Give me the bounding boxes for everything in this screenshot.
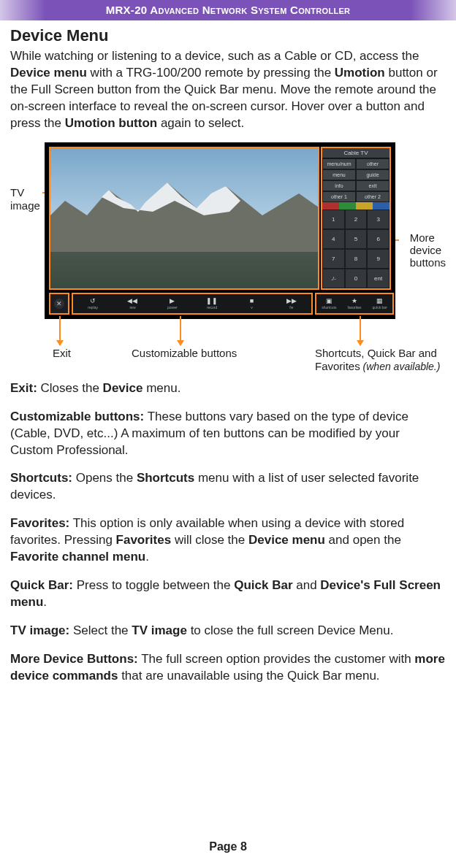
tv-image-area[interactable]: [49, 147, 319, 290]
device-menu-figure: TVimage Moredevicebuttons Cable TV menu/…: [10, 142, 446, 376]
page-footer: Page 8: [0, 840, 456, 853]
panel-tab[interactable]: menu/num: [322, 158, 356, 169]
favorites-icon: ★: [352, 298, 357, 304]
panel-button-exit[interactable]: exit: [356, 180, 390, 191]
numpad-key[interactable]: 4: [322, 229, 345, 249]
callout-custom: Customizable buttons: [132, 347, 237, 359]
panel-button-other1[interactable]: other 1: [322, 191, 356, 202]
panel-button-menu[interactable]: menu: [322, 169, 356, 180]
callout-tv-image: TVimage: [10, 186, 44, 212]
transport-button-rew[interactable]: ◀◀rew: [113, 294, 152, 313]
mountain-illustration: [49, 172, 319, 252]
record-icon: ❚❚: [206, 298, 218, 304]
replay-icon: ↺: [90, 298, 96, 304]
power-icon: ▶: [170, 298, 175, 304]
panel-button-info[interactable]: info: [322, 180, 356, 191]
numpad-key[interactable]: 1: [322, 210, 345, 229]
definition-item: Quick Bar: Press to toggle between the Q…: [10, 577, 446, 611]
definition-item: Shortcuts: Opens the Shortcuts menu with…: [10, 470, 446, 504]
device-screen: Cable TV menu/num other menu guide info …: [45, 142, 395, 319]
shortcuts-favorites-quickbar: ▣shortcuts★favorites▦quick bar: [315, 293, 394, 315]
transport-button-record[interactable]: ❚❚record: [192, 294, 232, 313]
transport-button-replay[interactable]: ↺replay: [73, 294, 113, 313]
callout-more-device: Moredevicebuttons: [410, 231, 446, 269]
definition-item: More Device Buttons: The full screen opt…: [10, 651, 446, 685]
exit-button[interactable]: ✕: [49, 293, 69, 315]
panel-color-buttons[interactable]: [322, 202, 390, 210]
arrow-icon: [360, 316, 361, 345]
svg-marker-0: [49, 183, 319, 252]
quick bar-icon: ▦: [376, 298, 383, 304]
nav-button-quick bar[interactable]: ▦quick bar: [367, 294, 392, 313]
panel-button-guide[interactable]: guide: [356, 169, 390, 180]
intro-paragraph: While watching or listening to a device,…: [10, 48, 446, 132]
definitions-list: Exit: Closes the Device menu.Customizabl…: [0, 380, 456, 685]
numpad-key[interactable]: ./-: [322, 269, 345, 288]
numpad-key[interactable]: 3: [367, 210, 390, 229]
nav-button-favorites[interactable]: ★favorites: [342, 294, 368, 313]
v-icon: ■: [250, 298, 254, 304]
definition-item: Customizable buttons: These buttons vary…: [10, 409, 446, 459]
nav-button-shortcuts[interactable]: ▣shortcuts: [316, 294, 342, 313]
numpad-key[interactable]: ent: [367, 269, 390, 288]
arrow-icon: [59, 316, 61, 345]
numpad-key[interactable]: 9: [367, 249, 390, 269]
callout-exit: Exit: [53, 347, 71, 359]
transport-button-fw[interactable]: ▶▶fw: [272, 294, 311, 313]
transport-button-power[interactable]: ▶power: [153, 294, 192, 313]
definition-item: Exit: Closes the Device menu.: [10, 380, 446, 397]
panel-numpad: 123456789./-0ent: [322, 210, 390, 288]
panel-title: Cable TV: [322, 148, 390, 158]
numpad-key[interactable]: 8: [345, 249, 368, 269]
panel-button-other2[interactable]: other 2: [356, 191, 390, 202]
numpad-key[interactable]: 7: [322, 249, 345, 269]
device-button-panel: Cable TV menu/num other menu guide info …: [321, 147, 391, 290]
close-icon: ✕: [54, 299, 64, 309]
fw-icon: ▶▶: [286, 298, 297, 304]
rew-icon: ◀◀: [127, 298, 137, 304]
numpad-key[interactable]: 0: [345, 269, 368, 288]
definition-item: TV image: Select the TV image to close t…: [10, 623, 446, 640]
arrow-icon: [180, 316, 181, 345]
bottom-bar: ✕ ↺replay◀◀rew▶power❚❚record■v▶▶fw ▣shor…: [49, 293, 394, 315]
transport-button-v[interactable]: ■v: [232, 294, 271, 313]
numpad-key[interactable]: 2: [345, 210, 368, 229]
definition-item: Favorites: This option is only available…: [10, 515, 446, 566]
numpad-key[interactable]: 5: [345, 229, 368, 249]
panel-tab[interactable]: other: [356, 158, 390, 169]
page-header: MRX-20 Advanced Network System Controlle…: [0, 0, 456, 20]
section-title: Device Menu: [10, 26, 446, 45]
callout-shortcuts: Shortcuts, Quick Bar andFavorites (when …: [315, 347, 440, 373]
customizable-buttons: ↺replay◀◀rew▶power❚❚record■v▶▶fw: [72, 293, 313, 315]
shortcuts-icon: ▣: [326, 298, 332, 304]
numpad-key[interactable]: 6: [367, 229, 390, 249]
